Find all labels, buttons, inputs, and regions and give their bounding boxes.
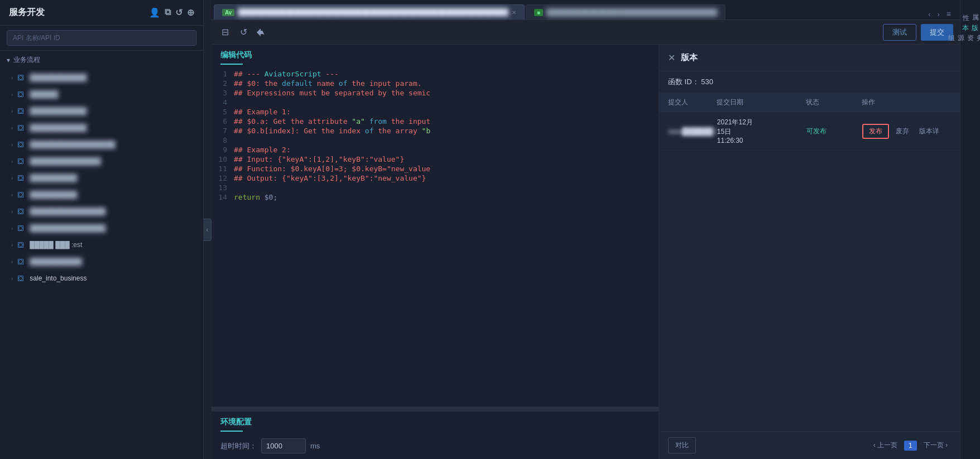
version-func-id: 函数 ID： 530: [659, 71, 960, 93]
timeout-input[interactable]: [261, 438, 306, 453]
code-line-14: 14 return $0;: [212, 192, 659, 202]
refresh-icon[interactable]: [255, 27, 265, 37]
publish-button[interactable]: 发布: [862, 124, 889, 139]
version-panel-header: ✕ 版本: [659, 45, 960, 71]
prev-tab-btn[interactable]: ‹: [926, 9, 933, 20]
code-editor[interactable]: 1 ## --- AviatorScript --- 2 ## $0: the …: [212, 65, 659, 407]
col-actions: 操作: [862, 98, 951, 107]
item-label: ██████████: [30, 191, 196, 199]
right-sidebar: 属性 版本 New 服务资源组: [960, 0, 980, 459]
sidebar-header: 服务开发 👤 ⧉ ↺ ⊕: [0, 0, 203, 26]
flow-icon: ⛋: [17, 257, 25, 266]
refresh-button[interactable]: ↺: [237, 25, 251, 40]
item-chevron: ›: [11, 158, 13, 165]
list-item[interactable]: › ⛋ ██████████: [0, 186, 203, 203]
func-id-label: 函数 ID：: [668, 78, 699, 86]
flow-icon: ⛋: [17, 190, 25, 199]
list-item[interactable]: › ⛋ ████████████████: [0, 220, 203, 236]
sidebar-section-header[interactable]: ▾ 业务流程: [0, 51, 203, 69]
code-line-12: 12 ## Output: {"keyA":[3,2],"keyB":"new_…: [212, 173, 659, 183]
green-badge: ■: [534, 9, 543, 16]
code-line-2: 2 ## $0: the default name of the input p…: [212, 79, 659, 88]
next-page-btn[interactable]: 下一页 ›: [920, 439, 951, 451]
tab-2[interactable]: ■ ████████████████████████████████████: [526, 4, 726, 20]
list-item[interactable]: › ⛋ █████ ███ :est: [0, 236, 203, 253]
version-panel: ✕ 版本 函数 ID： 530 提交人 提交日期 状态 操作 data█████…: [659, 45, 960, 459]
horizontal-scrollbar[interactable]: [212, 407, 659, 411]
tab-menu-btn[interactable]: ≡: [944, 8, 953, 20]
main-area: Av █████████████████████████████████████…: [212, 0, 960, 459]
abandon-button[interactable]: 废弃: [892, 124, 912, 139]
user-icon[interactable]: 👤: [149, 7, 160, 18]
list-item[interactable]: › ⛋ ███████████: [0, 253, 203, 270]
item-chevron: ›: [11, 276, 13, 282]
item-label: ████████████: [30, 74, 196, 81]
flow-icon: ⛋: [17, 90, 25, 99]
sidebar: 服务开发 👤 ⧉ ↺ ⊕ ▾ 业务流程 › ⛋ ████████████ › ⛋…: [0, 0, 204, 459]
add-icon[interactable]: ⊕: [187, 7, 194, 18]
editor-panel: 编辑代码 1 ## --- AviatorScript --- 2 ## $0:…: [212, 45, 659, 459]
item-label: ██████████████████: [30, 141, 196, 148]
refresh-icon[interactable]: ↺: [175, 7, 182, 18]
list-item[interactable]: › ⛋ ██████: [0, 86, 203, 103]
flow-icon: ⛋: [17, 73, 25, 82]
sidebar-items: › ⛋ ████████████ › ⛋ ██████ › ⛋ ████████…: [0, 69, 203, 459]
right-tab-properties[interactable]: 属性: [958, 4, 981, 13]
collapse-handle[interactable]: ‹: [204, 219, 212, 241]
section-label: 业务流程: [13, 55, 40, 65]
content-area: 编辑代码 1 ## --- AviatorScript --- 2 ## $0:…: [212, 45, 960, 459]
timeout-label: 超时时间：: [220, 441, 257, 451]
save-button[interactable]: ⊟: [218, 25, 232, 40]
copy-icon[interactable]: ⧉: [165, 7, 171, 18]
prev-page-btn[interactable]: ‹ 上一页: [870, 439, 901, 451]
code-line-11: 11 ## Function: $0.keyA[0]=3; $0.keyB="n…: [212, 164, 659, 173]
sidebar-search-container: [0, 26, 203, 51]
pagination: ‹ 上一页 1 下一页 ›: [870, 439, 951, 451]
compare-button[interactable]: 对比: [668, 437, 696, 453]
code-line-10: 10 ## Input: {"keyA":[1,2],"keyB":"value…: [212, 154, 659, 164]
list-item[interactable]: › ⛋ ███████████████: [0, 153, 203, 170]
list-item[interactable]: › ⛋ ████████████████: [0, 203, 203, 220]
list-item[interactable]: › ⛋ ████████████: [0, 119, 203, 136]
item-label: ████████████: [30, 124, 196, 132]
item-chevron: ›: [11, 125, 13, 131]
env-section-title: 环境配置: [220, 417, 650, 432]
item-chevron: ›: [11, 242, 13, 248]
item-chevron: ›: [11, 225, 13, 231]
flow-icon: ⛋: [17, 107, 25, 115]
list-item-sale[interactable]: › ⛋ sale_into_business: [0, 270, 203, 287]
item-label: sale_into_business: [30, 274, 196, 282]
item-label: ███████████: [30, 258, 196, 265]
flow-icon: ⛋: [17, 207, 25, 216]
item-chevron: ›: [11, 259, 13, 265]
list-item[interactable]: › ⛋ ██████████: [0, 170, 203, 186]
close-icon[interactable]: ✕: [512, 9, 516, 16]
main-tab[interactable]: Av █████████████████████████████████████…: [214, 4, 525, 20]
list-item[interactable]: › ⛋ ████████████: [0, 69, 203, 86]
version-detail-button[interactable]: 版本详: [916, 124, 943, 139]
item-label: █████ ███ :est: [30, 241, 196, 249]
version-panel-title: 版本: [681, 52, 698, 63]
code-line-6: 6 ## $0.a: Get the attribute "a" from th…: [212, 117, 659, 126]
flow-icon: ⛋: [17, 274, 25, 283]
editor-section-title: 编辑代码: [212, 45, 659, 65]
next-tab-btn[interactable]: ›: [935, 9, 941, 20]
test-button[interactable]: 测试: [883, 24, 916, 41]
item-label: ██████████: [30, 174, 196, 182]
flow-icon: ⛋: [17, 173, 25, 182]
version-close-button[interactable]: ✕: [668, 52, 675, 63]
version-table: 提交人 提交日期 状态 操作 data██████2 2021年12月15日11…: [659, 93, 960, 431]
right-tab-service-resources[interactable]: New 服务资源组: [943, 25, 980, 33]
status-badge: 可发布: [806, 127, 862, 136]
version-row-1: data██████2 2021年12月15日11:26:30 可发布 发布 废…: [659, 112, 960, 151]
search-input[interactable]: [7, 30, 196, 46]
list-item[interactable]: › ⛋ ██████████████████: [0, 136, 203, 153]
version-footer: 对比 ‹ 上一页 1 下一页 ›: [659, 431, 960, 459]
item-chevron: ›: [11, 192, 13, 198]
list-item[interactable]: › ⛋ ████████████: [0, 103, 203, 119]
code-line-7: 7 ## $0.b[index]: Get the index of the a…: [212, 126, 659, 136]
right-tab-version[interactable]: 版本: [957, 15, 981, 23]
item-label: ████████████: [30, 107, 196, 115]
item-chevron: ›: [11, 209, 13, 215]
code-line-4: 4: [212, 98, 659, 107]
